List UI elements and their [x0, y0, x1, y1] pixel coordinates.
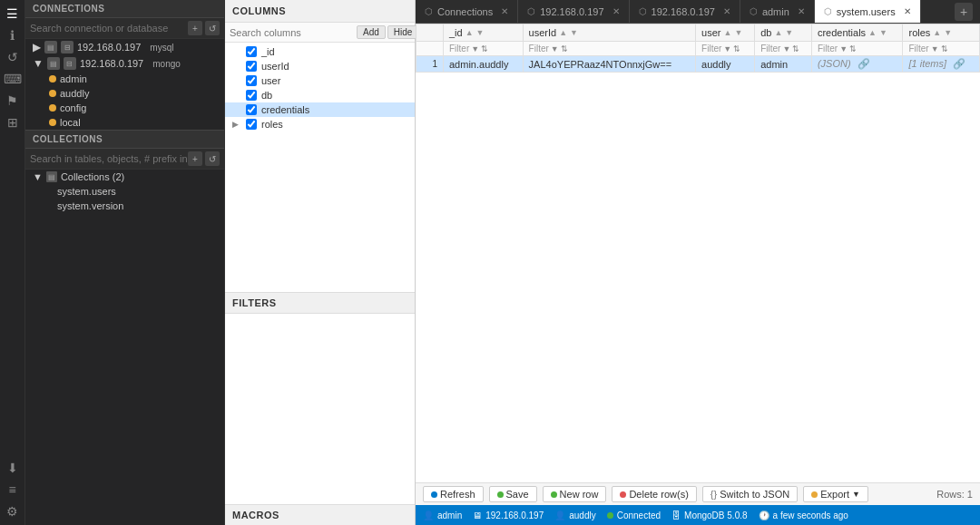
- collections-group[interactable]: ▼ ▤ Collections (2): [25, 170, 224, 184]
- tab-close-admin[interactable]: ✕: [798, 6, 805, 16]
- column-item-db[interactable]: db: [225, 88, 415, 102]
- grid-header-roles: roles ▲ ▼: [903, 24, 980, 42]
- expand-icon-mysql: ▶: [33, 41, 41, 53]
- sidebar-query-icon[interactable]: ⌨: [3, 69, 23, 89]
- connections-add-btn[interactable]: +: [188, 21, 202, 35]
- filter-sort-icon-user[interactable]: ⇅: [733, 44, 740, 53]
- export-dropdown-icon[interactable]: ▼: [852, 490, 860, 499]
- tab-close-system-users[interactable]: ✕: [904, 6, 911, 16]
- macros-header: MACROS: [225, 505, 415, 525]
- connections-header: CONNECTIONS: [25, 0, 224, 18]
- table-row[interactable]: 1 admin.auddly JAL4oYEPRaaz4NTOnnxjGw== …: [416, 56, 980, 73]
- filter-label-credentials: Filter: [818, 44, 838, 53]
- column-item-userid[interactable]: userId: [225, 59, 415, 73]
- grid-col-filter-credentials[interactable]: ▼: [879, 28, 887, 37]
- grid-col-sort-db[interactable]: ▲: [774, 28, 782, 37]
- column-checkbox-db[interactable]: [246, 90, 257, 101]
- tab-connections[interactable]: ⬡ Connections ✕: [416, 0, 518, 23]
- tab-system-users[interactable]: ⬡ system.users ✕: [815, 0, 921, 23]
- sidebar-info-icon[interactable]: ℹ: [3, 25, 23, 45]
- new-row-button[interactable]: New row: [543, 486, 607, 502]
- filter-icon-id[interactable]: ▼: [471, 44, 479, 53]
- column-item-roles[interactable]: ▶ roles: [225, 117, 415, 131]
- db-item-config[interactable]: config: [44, 101, 224, 115]
- delete-row-button[interactable]: Delete row(s): [612, 486, 696, 502]
- tab-close-server1[interactable]: ✕: [612, 6, 620, 16]
- tab-admin[interactable]: ⬡ admin ✕: [740, 0, 815, 23]
- column-checkbox-id[interactable]: [246, 46, 257, 57]
- collections-add-btn[interactable]: +: [188, 151, 202, 166]
- columns-search-input[interactable]: [230, 27, 355, 38]
- column-item-user[interactable]: user: [225, 73, 415, 88]
- column-item-credentials[interactable]: credentials: [225, 102, 415, 117]
- grid-col-sort-id[interactable]: ▲: [466, 28, 474, 37]
- sidebar-layers-icon[interactable]: ⬇: [3, 458, 23, 478]
- db-item-admin[interactable]: admin: [44, 72, 224, 86]
- filter-sort-icon-credentials[interactable]: ⇅: [849, 44, 857, 53]
- tab-icon-system-users: ⬡: [824, 6, 832, 16]
- sidebar-history-icon[interactable]: ↺: [3, 47, 23, 67]
- filter-sort-icon-id[interactable]: ⇅: [481, 44, 488, 53]
- sidebar-settings-icon[interactable]: ⚙: [3, 501, 23, 521]
- credentials-open-icon[interactable]: 🔗: [858, 58, 870, 69]
- filter-sort-icon-db[interactable]: ⇅: [792, 44, 799, 53]
- connections-refresh-btn[interactable]: ↺: [205, 21, 220, 35]
- sidebar-grid-icon[interactable]: ⊞: [3, 112, 23, 132]
- main-area: ⬡ Connections ✕ ⬡ 192.168.0.197 ✕ ⬡ 192.…: [416, 0, 980, 525]
- grid-col-filter-id[interactable]: ▼: [476, 28, 485, 37]
- connections-search-input[interactable]: [30, 23, 188, 34]
- filter-icon-roles[interactable]: ▼: [931, 44, 939, 53]
- server-row-mysql[interactable]: ▶ ▤ ⊟ 192.168.0.197 mysql: [25, 39, 224, 55]
- tab-server1[interactable]: ⬡ 192.168.0.197 ✕: [518, 0, 629, 23]
- grid-col-sort-userid[interactable]: ▲: [559, 28, 567, 37]
- filter-sort-icon-roles[interactable]: ⇅: [941, 44, 948, 53]
- data-grid-container[interactable]: _id ▲ ▼ userId ▲ ▼: [416, 24, 980, 482]
- column-checkbox-roles[interactable]: [246, 119, 257, 130]
- grid-col-sort-credentials[interactable]: ▲: [868, 28, 877, 37]
- column-label-credentials: credentials: [261, 104, 309, 115]
- column-checkbox-userid[interactable]: [246, 61, 257, 72]
- grid-col-filter-userid[interactable]: ▼: [570, 28, 578, 37]
- grid-col-filter-db[interactable]: ▼: [785, 28, 793, 37]
- filter-icon-credentials[interactable]: ▼: [839, 44, 848, 53]
- save-button[interactable]: Save: [489, 486, 537, 502]
- columns-add-btn[interactable]: Add: [357, 25, 386, 39]
- switch-json-label: Switch to JSON: [720, 489, 789, 500]
- tab-server2[interactable]: ⬡ 192.168.0.197 ✕: [630, 0, 740, 23]
- db-item-local[interactable]: local: [44, 115, 224, 130]
- collections-refresh-btn[interactable]: ↺: [205, 151, 220, 166]
- filters-body: [225, 314, 415, 504]
- filter-icon-db[interactable]: ▼: [782, 44, 790, 53]
- db-item-auddly[interactable]: auddly: [44, 86, 224, 101]
- filter-sort-icon-userid[interactable]: ⇅: [561, 44, 568, 53]
- grid-col-sort-user[interactable]: ▲: [724, 28, 732, 37]
- add-tab-button[interactable]: +: [955, 3, 973, 21]
- tab-close-server2[interactable]: ✕: [723, 6, 730, 16]
- column-checkbox-user[interactable]: [246, 75, 257, 86]
- coll-item-system-version[interactable]: system.version: [25, 199, 224, 213]
- filter-icon-userid[interactable]: ▼: [551, 44, 559, 53]
- sidebar-layers2-icon[interactable]: ≡: [3, 480, 23, 500]
- grid-cell-credentials[interactable]: (JSON) 🔗: [811, 56, 903, 73]
- grid-col-filter-user[interactable]: ▼: [734, 28, 742, 37]
- grid-col-filter-roles[interactable]: ▼: [944, 28, 952, 37]
- refresh-button[interactable]: Refresh: [423, 486, 484, 502]
- collections-group-icon: ▤: [46, 171, 57, 182]
- switch-json-button[interactable]: {} Switch to JSON: [702, 486, 798, 502]
- status-server-icon: 🖥: [473, 510, 482, 520]
- tab-close-connections[interactable]: ✕: [501, 6, 508, 16]
- columns-hide-btn[interactable]: Hide: [387, 25, 419, 39]
- grid-col-sort-roles[interactable]: ▲: [933, 28, 941, 37]
- coll-item-system-users[interactable]: system.users: [25, 184, 224, 199]
- sidebar-connections-icon[interactable]: ☰: [3, 4, 23, 24]
- sidebar-notifications-icon[interactable]: ⚑: [3, 91, 23, 111]
- column-checkbox-credentials[interactable]: [246, 104, 257, 115]
- collections-search-input[interactable]: [30, 153, 188, 164]
- export-button[interactable]: Export ▼: [803, 486, 868, 502]
- filter-icon-user[interactable]: ▼: [723, 44, 731, 53]
- roles-open-icon[interactable]: 🔗: [953, 58, 965, 69]
- server-row-mongo[interactable]: ▼ ▤ ⊟ 192.168.0.197 mongo: [25, 55, 224, 72]
- icon-bar: ☰ ℹ ↺ ⌨ ⚑ ⊞ ⬇ ≡ ⚙: [0, 0, 25, 525]
- grid-cell-roles[interactable]: [1 items] 🔗: [903, 56, 980, 73]
- column-item-id[interactable]: _id: [225, 44, 415, 59]
